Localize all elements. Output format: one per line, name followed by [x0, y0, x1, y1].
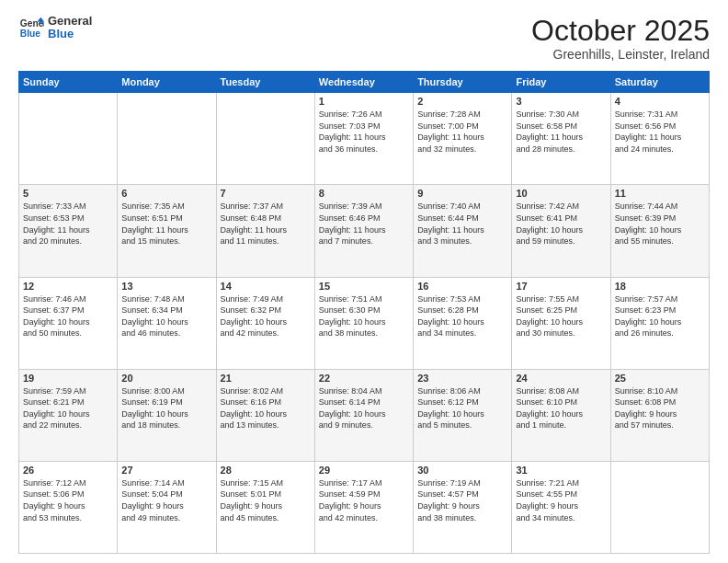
col-header-wednesday: Wednesday: [314, 72, 413, 93]
calendar-cell: 7Sunrise: 7:37 AM Sunset: 6:48 PM Daylig…: [216, 185, 314, 277]
logo-line2: Blue: [48, 28, 92, 40]
day-info: Sunrise: 7:42 AM Sunset: 6:41 PM Dayligh…: [516, 201, 606, 247]
day-info: Sunrise: 7:26 AM Sunset: 7:03 PM Dayligh…: [319, 109, 409, 155]
col-header-tuesday: Tuesday: [216, 72, 314, 93]
col-header-friday: Friday: [512, 72, 610, 93]
calendar-cell: 23Sunrise: 8:06 AM Sunset: 6:12 PM Dayli…: [414, 369, 512, 461]
calendar-cell: 4Sunrise: 7:31 AM Sunset: 6:56 PM Daylig…: [610, 93, 709, 185]
day-number: 1: [319, 96, 409, 107]
day-info: Sunrise: 7:40 AM Sunset: 6:44 PM Dayligh…: [417, 201, 507, 247]
day-number: 14: [221, 281, 311, 292]
day-number: 11: [615, 188, 705, 199]
day-info: Sunrise: 7:30 AM Sunset: 6:58 PM Dayligh…: [516, 109, 606, 155]
calendar-cell: 31Sunrise: 7:21 AM Sunset: 4:55 PM Dayli…: [512, 461, 610, 553]
day-number: 7: [221, 188, 311, 199]
day-number: 17: [516, 281, 606, 292]
day-number: 24: [516, 373, 606, 384]
day-info: Sunrise: 8:00 AM Sunset: 6:19 PM Dayligh…: [121, 385, 211, 431]
day-info: Sunrise: 7:35 AM Sunset: 6:51 PM Dayligh…: [121, 201, 211, 247]
calendar-cell: 3Sunrise: 7:30 AM Sunset: 6:58 PM Daylig…: [512, 93, 610, 185]
day-number: 15: [319, 281, 409, 292]
logo-icon: General Blue: [18, 15, 44, 40]
calendar-cell: 30Sunrise: 7:19 AM Sunset: 4:57 PM Dayli…: [414, 461, 512, 553]
location: Greenhills, Leinster, Ireland: [531, 47, 710, 62]
day-info: Sunrise: 8:04 AM Sunset: 6:14 PM Dayligh…: [319, 385, 409, 431]
day-number: 2: [417, 96, 507, 107]
calendar-week-row: 12Sunrise: 7:46 AM Sunset: 6:37 PM Dayli…: [19, 277, 710, 369]
day-number: 12: [23, 281, 113, 292]
day-info: Sunrise: 7:59 AM Sunset: 6:21 PM Dayligh…: [23, 385, 113, 431]
calendar-week-row: 26Sunrise: 7:12 AM Sunset: 5:06 PM Dayli…: [19, 461, 710, 553]
day-info: Sunrise: 7:51 AM Sunset: 6:30 PM Dayligh…: [319, 293, 409, 339]
day-number: 28: [221, 465, 311, 476]
calendar-cell: 11Sunrise: 7:44 AM Sunset: 6:39 PM Dayli…: [610, 185, 709, 277]
day-info: Sunrise: 8:08 AM Sunset: 6:10 PM Dayligh…: [516, 385, 606, 431]
calendar-header-row: SundayMondayTuesdayWednesdayThursdayFrid…: [19, 72, 710, 93]
calendar-cell: 12Sunrise: 7:46 AM Sunset: 6:37 PM Dayli…: [19, 277, 118, 369]
day-info: Sunrise: 7:46 AM Sunset: 6:37 PM Dayligh…: [23, 293, 113, 339]
calendar-cell: 14Sunrise: 7:49 AM Sunset: 6:32 PM Dayli…: [216, 277, 314, 369]
title-block: October 2025 Greenhills, Leinster, Irela…: [531, 15, 710, 62]
calendar-table: SundayMondayTuesdayWednesdayThursdayFrid…: [18, 71, 710, 554]
calendar-cell: [610, 461, 709, 553]
calendar-cell: 27Sunrise: 7:14 AM Sunset: 5:04 PM Dayli…: [118, 461, 216, 553]
day-info: Sunrise: 7:55 AM Sunset: 6:25 PM Dayligh…: [516, 293, 606, 339]
day-number: 26: [23, 465, 113, 476]
day-info: Sunrise: 7:48 AM Sunset: 6:34 PM Dayligh…: [121, 293, 211, 339]
svg-text:Blue: Blue: [20, 29, 41, 40]
calendar-cell: [118, 93, 216, 185]
calendar-cell: 22Sunrise: 8:04 AM Sunset: 6:14 PM Dayli…: [314, 369, 413, 461]
logo-line1: General: [48, 15, 92, 28]
calendar-cell: 2Sunrise: 7:28 AM Sunset: 7:00 PM Daylig…: [414, 93, 512, 185]
calendar-cell: 18Sunrise: 7:57 AM Sunset: 6:23 PM Dayli…: [610, 277, 709, 369]
day-number: 29: [319, 465, 409, 476]
calendar-week-row: 19Sunrise: 7:59 AM Sunset: 6:21 PM Dayli…: [19, 369, 710, 461]
calendar-cell: 24Sunrise: 8:08 AM Sunset: 6:10 PM Dayli…: [512, 369, 610, 461]
calendar-cell: 25Sunrise: 8:10 AM Sunset: 6:08 PM Dayli…: [610, 369, 709, 461]
col-header-thursday: Thursday: [414, 72, 512, 93]
day-info: Sunrise: 7:57 AM Sunset: 6:23 PM Dayligh…: [615, 293, 705, 339]
day-number: 31: [516, 465, 606, 476]
day-number: 4: [615, 96, 705, 107]
calendar-cell: 6Sunrise: 7:35 AM Sunset: 6:51 PM Daylig…: [118, 185, 216, 277]
day-info: Sunrise: 8:06 AM Sunset: 6:12 PM Dayligh…: [417, 385, 507, 431]
calendar-cell: 15Sunrise: 7:51 AM Sunset: 6:30 PM Dayli…: [314, 277, 413, 369]
day-info: Sunrise: 7:49 AM Sunset: 6:32 PM Dayligh…: [221, 293, 311, 339]
col-header-sunday: Sunday: [19, 72, 118, 93]
month-title: October 2025: [531, 15, 710, 47]
calendar-cell: 13Sunrise: 7:48 AM Sunset: 6:34 PM Dayli…: [118, 277, 216, 369]
day-number: 22: [319, 373, 409, 384]
day-info: Sunrise: 7:15 AM Sunset: 5:01 PM Dayligh…: [221, 477, 311, 523]
calendar-cell: 19Sunrise: 7:59 AM Sunset: 6:21 PM Dayli…: [19, 369, 118, 461]
calendar-cell: 20Sunrise: 8:00 AM Sunset: 6:19 PM Dayli…: [118, 369, 216, 461]
day-info: Sunrise: 7:44 AM Sunset: 6:39 PM Dayligh…: [615, 201, 705, 247]
page: General Blue General Blue October 2025 G…: [0, 0, 728, 563]
day-number: 27: [121, 465, 211, 476]
day-info: Sunrise: 7:39 AM Sunset: 6:46 PM Dayligh…: [319, 201, 409, 247]
calendar-cell: 28Sunrise: 7:15 AM Sunset: 5:01 PM Dayli…: [216, 461, 314, 553]
calendar-cell: 8Sunrise: 7:39 AM Sunset: 6:46 PM Daylig…: [314, 185, 413, 277]
day-number: 19: [23, 373, 113, 384]
day-info: Sunrise: 7:37 AM Sunset: 6:48 PM Dayligh…: [221, 201, 311, 247]
calendar-cell: 21Sunrise: 8:02 AM Sunset: 6:16 PM Dayli…: [216, 369, 314, 461]
day-number: 3: [516, 96, 606, 107]
day-number: 8: [319, 188, 409, 199]
day-number: 25: [615, 373, 705, 384]
day-info: Sunrise: 7:53 AM Sunset: 6:28 PM Dayligh…: [417, 293, 507, 339]
day-number: 20: [121, 373, 211, 384]
calendar-cell: 5Sunrise: 7:33 AM Sunset: 6:53 PM Daylig…: [19, 185, 118, 277]
day-number: 21: [221, 373, 311, 384]
day-info: Sunrise: 8:02 AM Sunset: 6:16 PM Dayligh…: [221, 385, 311, 431]
day-number: 23: [417, 373, 507, 384]
calendar-cell: 26Sunrise: 7:12 AM Sunset: 5:06 PM Dayli…: [19, 461, 118, 553]
col-header-saturday: Saturday: [610, 72, 709, 93]
logo: General Blue General Blue: [18, 15, 92, 41]
calendar-cell: [19, 93, 118, 185]
day-info: Sunrise: 7:12 AM Sunset: 5:06 PM Dayligh…: [23, 477, 113, 523]
day-info: Sunrise: 7:21 AM Sunset: 4:55 PM Dayligh…: [516, 477, 606, 523]
calendar-cell: 9Sunrise: 7:40 AM Sunset: 6:44 PM Daylig…: [414, 185, 512, 277]
day-number: 18: [615, 281, 705, 292]
calendar-cell: [216, 93, 314, 185]
day-number: 30: [417, 465, 507, 476]
day-info: Sunrise: 7:28 AM Sunset: 7:00 PM Dayligh…: [417, 109, 507, 155]
